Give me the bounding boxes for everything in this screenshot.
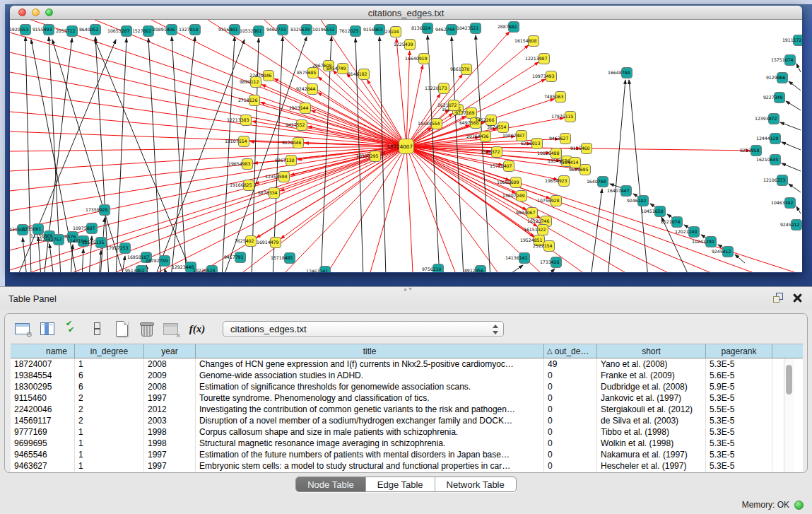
graph-edge — [789, 81, 801, 90]
graph-edge — [786, 101, 801, 110]
table-cell: Corpus callosum shape and size in male p… — [196, 426, 544, 438]
split-handle[interactable]: ▲▼ — [403, 287, 410, 291]
table-cell: Estimation of significance thresholds fo… — [196, 381, 544, 392]
cytoscape-desktop: citations_edges.txt 22420046989011227181… — [0, 0, 812, 286]
graph-edge — [321, 37, 331, 272]
close-panel-icon[interactable] — [793, 293, 802, 303]
table-settings-icon[interactable] — [13, 320, 32, 338]
graph-node-label: 18300295 — [356, 153, 379, 158]
table-row[interactable]: 946362711997Embryonic stem cells: a mode… — [11, 460, 803, 472]
graph-node-label: 8878334 — [258, 190, 278, 195]
graph-node-label: 9756210 — [422, 267, 442, 271]
graph-node-label: 1640744 — [587, 179, 606, 184]
column-header-short[interactable]: short — [597, 344, 706, 358]
desktop-edge — [0, 0, 5, 286]
graph-node-label: 9777169 — [455, 110, 475, 115]
graph-edge — [10, 92, 406, 146]
graph-node-label: 2055712 — [56, 28, 76, 33]
graph-node-label: 12106333 — [763, 177, 786, 182]
rows-icon[interactable] — [88, 320, 106, 338]
dropdown-stepper-icon — [492, 325, 498, 334]
graph-edge — [321, 20, 406, 146]
scrollbar-thumb[interactable] — [786, 365, 792, 395]
table-row[interactable]: 977716911998Corpus callosum shape and si… — [11, 426, 803, 438]
graph-node-label: 16782759 — [146, 258, 168, 263]
graph-node-label: 10653287 — [107, 28, 130, 33]
table-cell: Franke et al. (2009) — [597, 370, 706, 381]
graph-edge — [172, 37, 187, 272]
graph-node-label: 1335061 — [22, 226, 42, 231]
graph-edge — [780, 122, 801, 130]
table-cell: 2 — [75, 415, 144, 426]
select-mode-icon[interactable] — [63, 320, 81, 338]
graph-edge — [629, 80, 648, 272]
table-cell: 1 — [75, 426, 144, 438]
table-selector-dropdown[interactable]: citations_edges.txt — [223, 321, 504, 337]
graph-edge — [328, 146, 406, 272]
sort-ascending-icon: △ — [547, 347, 553, 355]
trash-icon[interactable] — [137, 320, 155, 338]
table-row[interactable]: 2242004622012Investigating the contribut… — [11, 404, 803, 415]
graph-node-label: 20364436 — [466, 134, 489, 139]
table-cell: 5.6E-5 — [706, 370, 772, 381]
column-header-pagerank[interactable]: pagerank — [706, 344, 772, 358]
graph-node-label: 10025488 — [537, 151, 560, 156]
graph-node-label: 16210645 — [756, 157, 779, 162]
column-header-out-de-[interactable]: △out_de… — [544, 344, 597, 358]
table-row[interactable]: 1872400712008Changes of HCN gene express… — [11, 358, 803, 370]
graph-node-label: 13220173 — [425, 86, 447, 90]
tab-edge-table[interactable]: Edge Table — [366, 477, 435, 491]
graph-edge — [406, 146, 413, 272]
table-cell: 5.9E-5 — [706, 381, 772, 392]
graph-node-label: 19166825 — [230, 182, 252, 187]
column-select-icon[interactable] — [38, 320, 57, 338]
graph-edge — [608, 80, 625, 272]
column-header-title[interactable]: title — [196, 344, 544, 358]
table-row[interactable]: 1938455462009Genome-wide association stu… — [11, 370, 803, 381]
column-header-in-degree[interactable]: in_degree — [75, 344, 144, 358]
table-row[interactable]: 946554611997Estimation of the future num… — [11, 449, 803, 460]
graph-node-label: 10807487 — [502, 133, 525, 138]
table-cell: 2003 — [144, 415, 196, 426]
graph-node-label: 10423521 — [457, 25, 479, 30]
network-window[interactable]: citations_edges.txt 22420046989011227181… — [10, 6, 802, 273]
graph-node-label: 8267130 — [275, 158, 295, 163]
table-cell: 0 — [544, 415, 597, 426]
graph-node-label: 8454749 — [326, 66, 346, 71]
table-row[interactable]: 1456911722003Disruption of a novel membe… — [11, 415, 803, 426]
graph-node-label: 9890112 — [240, 79, 259, 84]
network-window-titlebar[interactable]: citations_edges.txt — [10, 6, 802, 20]
graph-node-label: 12923448 — [172, 264, 194, 269]
vertical-scrollbar[interactable] — [784, 358, 794, 473]
function-icon[interactable]: f(x) — [187, 323, 208, 335]
graph-node-label: 1733426 — [540, 259, 560, 264]
table-cell: 0 — [544, 404, 597, 415]
table-cell: 19384554 — [11, 370, 75, 381]
network-canvas[interactable]: 2242004698901122718126122133831810755419… — [10, 20, 802, 272]
tab-node-table[interactable]: Node Table — [296, 477, 366, 491]
graph-node-label: 9245212 — [780, 222, 800, 227]
table-cell: 5.3E-5 — [706, 449, 772, 460]
table-row[interactable]: 969969511998Structural magnetic resonanc… — [11, 438, 803, 449]
graph-edge — [243, 146, 406, 272]
graph-node-label: 10688609 — [497, 180, 519, 185]
memory-status-indicator[interactable] — [794, 501, 804, 510]
graph-node-label: 3624554 — [487, 124, 507, 129]
graph-node-label: 9155493 — [33, 27, 52, 32]
graph-edge — [406, 146, 551, 199]
graph-node-label: 10196532 — [312, 27, 335, 32]
delete-table-icon[interactable] — [162, 320, 180, 338]
column-header-year[interactable]: year — [144, 344, 196, 358]
column-header-name[interactable]: name — [11, 344, 75, 358]
table-cell: 0 — [544, 426, 597, 438]
graph-node-label: 9356981 — [218, 27, 238, 32]
graph-node-label: 1225439 — [394, 42, 413, 47]
table-cell: 2008 — [144, 381, 196, 392]
table-cell: 1 — [75, 358, 144, 370]
tab-network-table[interactable]: Network Table — [435, 477, 516, 491]
table-row[interactable]: 911546021997Tourette syndrome. Phenomeno… — [11, 392, 803, 404]
graph-node-label: 19384554 — [418, 121, 440, 126]
new-doc-icon[interactable] — [112, 320, 131, 338]
table-row[interactable]: 1830029562008Estimation of significance … — [11, 381, 803, 392]
float-panel-icon[interactable] — [773, 293, 783, 303]
